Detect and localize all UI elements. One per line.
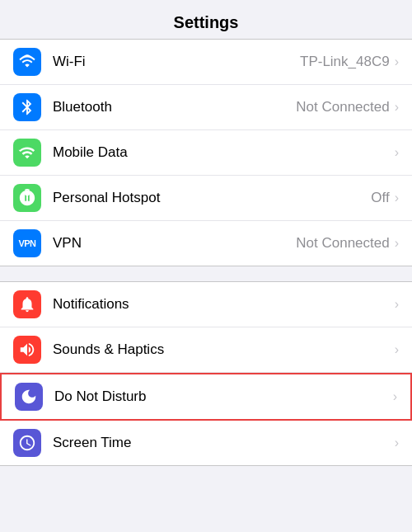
notifications-row[interactable]: Notifications › xyxy=(0,282,412,327)
mobile-data-icon xyxy=(18,144,36,162)
dnd-row[interactable]: Do Not Disturb › xyxy=(0,373,412,421)
notifications-label: Notifications xyxy=(53,296,390,313)
dnd-chevron: › xyxy=(393,389,397,404)
screen-time-chevron: › xyxy=(395,435,399,450)
hotspot-icon-wrap xyxy=(13,184,41,212)
mobile-data-chevron: › xyxy=(395,145,399,160)
vpn-label: VPN xyxy=(53,235,296,252)
sounds-row[interactable]: Sounds & Haptics › xyxy=(0,327,412,373)
dnd-icon xyxy=(20,388,38,406)
sounds-label: Sounds & Haptics xyxy=(53,341,390,358)
mobile-data-row[interactable]: Mobile Data › xyxy=(0,130,412,176)
notifications-icon-wrap xyxy=(13,290,41,318)
bluetooth-label: Bluetooth xyxy=(53,99,296,115)
hotspot-row[interactable]: Personal Hotspot Off › xyxy=(0,176,412,221)
bluetooth-chevron: › xyxy=(395,100,399,115)
vpn-text-icon: VPN xyxy=(18,238,35,248)
screen-time-label: Screen Time xyxy=(53,435,390,451)
notifications-icon xyxy=(18,295,36,313)
hotspot-value: Off xyxy=(371,190,389,206)
bluetooth-value: Not Connected xyxy=(296,99,389,115)
vpn-chevron: › xyxy=(395,236,399,251)
bluetooth-icon-wrap xyxy=(13,93,41,121)
wifi-icon xyxy=(18,53,36,71)
sounds-icon xyxy=(18,341,36,359)
hotspot-chevron: › xyxy=(395,191,399,205)
mobile-data-icon-wrap xyxy=(13,139,41,167)
screen-time-icon-wrap xyxy=(13,429,41,457)
vpn-row[interactable]: VPN VPN Not Connected › xyxy=(0,221,412,266)
wifi-icon-wrap xyxy=(13,48,41,76)
wifi-row[interactable]: Wi-Fi TP-Link_48C9 › xyxy=(0,40,412,85)
wifi-value: TP-Link_48C9 xyxy=(300,54,390,70)
network-group: Wi-Fi TP-Link_48C9 › Bluetooth Not Conne… xyxy=(0,39,412,266)
vpn-value: Not Connected xyxy=(296,235,389,252)
screen-time-icon xyxy=(18,434,36,452)
dnd-icon-wrap xyxy=(15,383,43,411)
hotspot-icon xyxy=(18,189,36,207)
page-title: Settings xyxy=(0,13,412,32)
hotspot-label: Personal Hotspot xyxy=(53,190,371,206)
vpn-icon-wrap: VPN xyxy=(13,229,41,257)
dnd-label: Do Not Disturb xyxy=(54,388,388,405)
bluetooth-icon xyxy=(18,98,36,116)
settings-group: Notifications › Sounds & Haptics › Do No… xyxy=(0,281,412,466)
sounds-icon-wrap xyxy=(13,336,41,364)
bluetooth-row[interactable]: Bluetooth Not Connected › xyxy=(0,85,412,130)
wifi-chevron: › xyxy=(395,54,399,69)
screen-time-row[interactable]: Screen Time › xyxy=(0,421,412,465)
mobile-data-label: Mobile Data xyxy=(53,144,390,161)
header: Settings xyxy=(0,0,412,39)
wifi-label: Wi-Fi xyxy=(53,54,300,70)
notifications-chevron: › xyxy=(395,297,399,312)
sounds-chevron: › xyxy=(395,342,399,357)
